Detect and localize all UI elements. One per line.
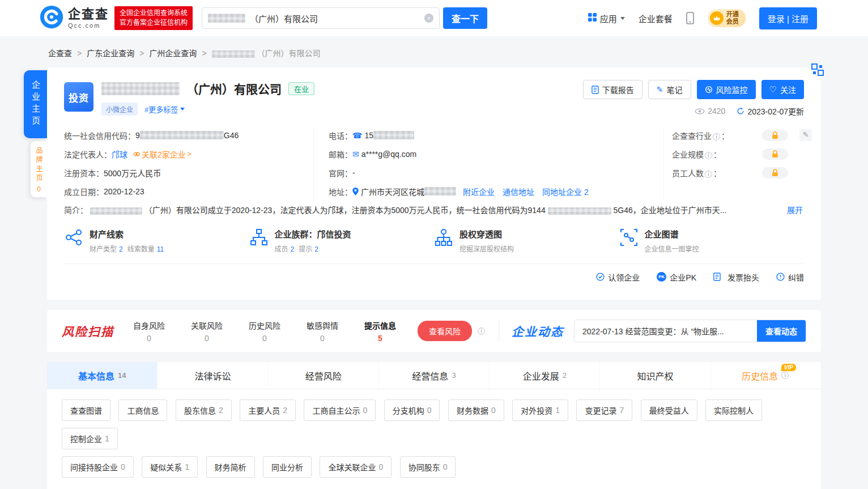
legal-rep-link[interactable]: 邝球 <box>112 148 127 160</box>
feature-property-clues[interactable]: 财产线索 财产类型2线索数量11 <box>64 228 249 253</box>
locked-scale-value[interactable] <box>762 148 788 160</box>
tab-basic-info[interactable]: 基本信息14 <box>47 362 157 389</box>
brand-tab-badge: 0 <box>37 185 41 193</box>
tab-legal-litigation[interactable]: 法律诉讼 <box>157 362 267 389</box>
company-pk-link[interactable]: PK 企业PK <box>657 271 696 283</box>
chip-key-personnel[interactable]: 主要人员2 <box>240 399 296 421</box>
property-clues-icon <box>64 228 83 247</box>
chip-financial-analysis[interactable]: 财务简析 <box>206 456 255 478</box>
tab-history-info[interactable]: VIP 历史信息 <box>710 362 821 389</box>
locked-industry-value[interactable] <box>762 130 788 141</box>
tag-small-enterprise[interactable]: 小微企业 <box>101 103 138 116</box>
info-row-legal-rep: 法定代表人： 邝球 关联2家企业 <box>64 144 313 163</box>
breadcrumb: 企查查广东企业查询广州企业查询 （广州）有限公司 <box>47 36 821 67</box>
mobile-app-icon[interactable] <box>686 12 694 24</box>
clear-search-icon[interactable] <box>424 14 433 23</box>
side-tab-company-home[interactable]: 企业主页 <box>24 70 47 138</box>
detail-tabs-card: 基本信息14 法律诉讼 经营风险 经营信息3 企业发展2 知 <box>47 362 821 489</box>
chip-shareholders[interactable]: 股东信息2 <box>176 399 232 421</box>
chip-branches[interactable]: 分支机构0 <box>384 399 440 421</box>
chip-co-shareholders[interactable]: 协同股东0 <box>400 456 456 478</box>
apps-menu[interactable]: 应用 <box>588 12 625 24</box>
redacted-intro-name <box>90 207 142 215</box>
error-correction-link[interactable]: 纠错 <box>776 271 804 283</box>
view-risk-button[interactable]: 查看风险 <box>418 321 472 341</box>
chip-outbound-investment[interactable]: 对外投资1 <box>512 399 568 421</box>
invoice-title-link[interactable]: 发票抬头 <box>713 271 759 283</box>
chip-indirect-holdings[interactable]: 间接持股企业0 <box>62 456 134 478</box>
dynamics-ticker[interactable]: 2022-07-13 经营范围变更：从 “物业服... 查看动态 <box>574 320 806 342</box>
related-companies-link[interactable]: 关联2家企业 <box>133 148 192 160</box>
mailing-address-link[interactable]: 通信地址 <box>503 186 534 197</box>
related-icon <box>133 151 140 158</box>
edit-info-icon[interactable] <box>799 129 812 141</box>
chip-actual-controller[interactable]: 实际控制人 <box>705 399 762 421</box>
company-intro: 简介： （广州）有限公司成立于2020-12-23，法定代表人为邝球，注册资本为… <box>64 204 804 216</box>
apps-grid-icon <box>588 13 597 23</box>
chip-business-registration[interactable]: 工商信息 <box>118 399 167 421</box>
eye-icon <box>695 108 705 114</box>
login-register-button[interactable]: 登录 | 注册 <box>759 7 817 29</box>
claim-check-icon <box>596 273 605 281</box>
info-row-address: 地址： 广州市天河区花城 附近企业 通信地址 同地址企业 2 <box>329 182 663 201</box>
info-row-industry: 企查查行业 <box>672 126 804 144</box>
redacted-search-text <box>208 14 245 23</box>
breadcrumb-guangdong[interactable]: 广东企业查询 <box>87 49 149 58</box>
side-tab-brand-home[interactable]: 品牌主页 0 <box>31 141 47 197</box>
tab-intellectual-property[interactable]: 知识产权 <box>599 362 710 389</box>
breadcrumb-current: （广州）有限公司 <box>212 49 321 58</box>
risk-scan-logo: 风险扫描 <box>62 322 114 339</box>
tab-company-development[interactable]: 企业发展2 <box>489 362 599 389</box>
email-value[interactable]: a****g@qq.com <box>361 150 417 159</box>
enterprise-package-link[interactable]: 企业套餐 <box>639 12 673 24</box>
risk-item-self[interactable]: 自身风险 0 <box>133 320 165 343</box>
feature-enterprise-group[interactable]: 企业族群：邝信投资 成员2提示2 <box>249 228 435 253</box>
risk-item-history[interactable]: 历史风险 0 <box>249 320 280 343</box>
locked-staff-value[interactable] <box>762 167 788 178</box>
breadcrumb-guangzhou[interactable]: 广州企业查询 <box>149 49 211 58</box>
qr-widget-icon[interactable] <box>811 63 824 79</box>
same-address-link[interactable]: 同地址企业 2 <box>542 186 589 197</box>
chip-change-records[interactable]: 变更记录7 <box>576 399 632 421</box>
chip-global-related[interactable]: 全球关联企业0 <box>320 456 392 478</box>
follow-button[interactable]: 关注 <box>761 80 804 99</box>
equity-penetration-icon <box>434 228 453 247</box>
claim-company-link[interactable]: 认领企业 <box>596 271 640 283</box>
info-row-phone: 电话： ☎ 15 <box>329 126 663 144</box>
feature-equity-penetration[interactable]: 股权穿透图 挖掘深层股权结构 <box>434 228 619 253</box>
chip-suspected-relations[interactable]: 疑似关系1 <box>142 456 198 478</box>
update-date[interactable]: 2023-02-07更新 <box>737 105 804 117</box>
brand-name: 企查查 <box>68 8 109 20</box>
risk-item-related[interactable]: 关联风险 0 <box>191 320 223 343</box>
qcc-logo[interactable]: 企查查 Qcc.com <box>40 5 109 31</box>
tab-operational-risk[interactable]: 经营风险 <box>268 362 378 389</box>
download-report-button[interactable]: 下载报告 <box>583 80 643 99</box>
tab-business-info[interactable]: 经营信息3 <box>378 362 489 389</box>
chip-self-disclosure[interactable]: 工商自主公示0 <box>304 399 376 421</box>
chevron-down-icon <box>180 108 185 113</box>
feature-enterprise-graph[interactable]: 企业图谱 企业信息一图掌控 <box>619 228 805 253</box>
view-dynamics-button[interactable]: 查看动态 <box>757 320 806 342</box>
chevron-down-icon <box>620 17 625 22</box>
chip-chacha-graph[interactable]: 查查图谱 <box>62 399 110 421</box>
breadcrumb-home[interactable]: 企查查 <box>48 49 87 58</box>
info-icon <box>705 171 712 178</box>
enterprise-graph-icon <box>619 228 639 247</box>
search-button[interactable]: 查一下 <box>443 7 487 29</box>
note-button[interactable]: 笔记 <box>648 80 691 99</box>
redacted-text <box>212 50 255 58</box>
open-vip-button[interactable]: 开通 会员 <box>708 9 746 27</box>
chip-ultimate-beneficiary[interactable]: 最终受益人 <box>641 399 697 421</box>
risk-item-alerts[interactable]: 提示信息 5 <box>364 320 396 343</box>
risk-item-sentiment[interactable]: 敏感舆情 0 <box>307 320 338 343</box>
quick-actions: 认领企业 PK 企业PK 发票抬头 纠错 <box>64 263 804 290</box>
search-input[interactable]: （广州）有限公司 <box>202 7 440 29</box>
redacted-credit-code <box>140 131 224 139</box>
nearby-companies-link[interactable]: 附近企业 <box>463 186 495 197</box>
chip-peer-analysis[interactable]: 同业分析 <box>263 456 312 478</box>
chip-financial-data[interactable]: 财务数据0 <box>448 399 504 421</box>
expand-link[interactable]: 展开 <box>787 204 803 216</box>
chip-controlled-companies[interactable]: 控制企业1 <box>62 428 118 449</box>
more-tags-link[interactable]: #更多标签 <box>144 104 185 114</box>
risk-monitor-button[interactable]: 风险监控 <box>697 80 756 99</box>
